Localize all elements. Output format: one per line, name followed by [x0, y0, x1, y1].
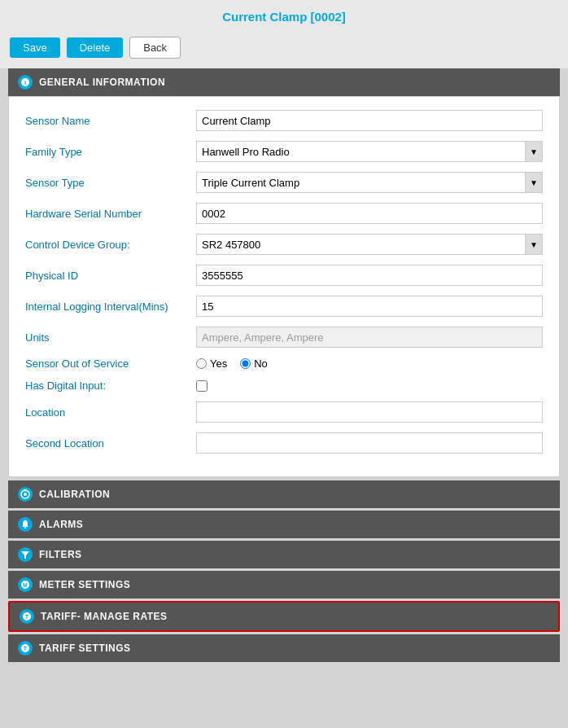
calibration-header[interactable]: CALIBRATION — [8, 480, 560, 508]
filters-section: FILTERS — [8, 541, 560, 568]
no-text: No — [254, 357, 268, 370]
second-location-label: Second Location — [25, 437, 196, 450]
calibration-section: CALIBRATION — [8, 480, 560, 508]
control-device-select-wrapper: SR2 457800 ▼ — [196, 234, 543, 255]
sensor-name-row: Sensor Name — [25, 110, 543, 131]
general-info-header[interactable]: i GENERAL INFORMATION — [8, 68, 560, 96]
out-of-service-yes-label[interactable]: Yes — [196, 357, 227, 370]
control-device-label: Control Device Group: — [25, 239, 196, 251]
out-of-service-no-label[interactable]: No — [240, 357, 268, 370]
control-device-row: Control Device Group: SR2 457800 ▼ — [25, 234, 543, 255]
toolbar: Save Delete Back — [0, 30, 568, 68]
alarms-section: ALARMS — [8, 511, 560, 538]
general-info-icon: i — [18, 75, 33, 90]
meter-settings-icon: M — [18, 577, 33, 592]
logging-interval-row: Internal Logging Interval(Mins) — [25, 296, 543, 317]
sensor-type-select[interactable]: Triple Current Clamp — [196, 172, 543, 193]
hardware-serial-input[interactable] — [196, 203, 543, 224]
second-location-input[interactable] — [196, 432, 543, 454]
physical-id-input[interactable] — [196, 265, 543, 286]
save-button[interactable]: Save — [10, 37, 60, 58]
main-content: i GENERAL INFORMATION Sensor Name Family… — [0, 68, 568, 662]
family-type-label: Family Type — [25, 146, 196, 158]
out-of-service-label: Sensor Out of Service — [25, 357, 196, 370]
sensor-type-select-wrapper: Triple Current Clamp ▼ — [196, 172, 543, 193]
digital-input-checkbox[interactable] — [196, 380, 208, 392]
sensor-name-input[interactable] — [196, 110, 543, 131]
delete-button[interactable]: Delete — [67, 37, 124, 58]
tariff-settings-icon: T — [18, 641, 33, 656]
hardware-serial-row: Hardware Serial Number — [25, 203, 543, 224]
tariff-settings-header[interactable]: T TARIFF SETTINGS — [8, 634, 560, 662]
tariff-manage-label: TARIFF- MANAGE RATES — [41, 611, 168, 622]
sensor-type-row: Sensor Type Triple Current Clamp ▼ — [25, 172, 543, 193]
digital-input-row: Has Digital Input: — [25, 379, 543, 392]
yes-text: Yes — [210, 357, 227, 370]
physical-id-label: Physical ID — [25, 270, 196, 282]
tariff-manage-section: T TARIFF- MANAGE RATES — [8, 601, 560, 632]
filters-header[interactable]: FILTERS — [8, 541, 560, 568]
logging-interval-label: Internal Logging Interval(Mins) — [25, 300, 196, 313]
location-label: Location — [25, 406, 196, 419]
units-input — [196, 327, 543, 348]
svg-marker-6 — [21, 551, 29, 559]
back-button[interactable]: Back — [129, 37, 181, 59]
general-info-section: i GENERAL INFORMATION Sensor Name Family… — [8, 68, 560, 477]
out-of-service-radio-group: Yes No — [196, 357, 268, 370]
family-type-row: Family Type Hanwell Pro Radio ▼ — [25, 141, 543, 162]
svg-text:T: T — [25, 614, 29, 620]
meter-settings-label: METER SETTINGS — [39, 579, 130, 590]
hardware-serial-label: Hardware Serial Number — [25, 208, 196, 220]
out-of-service-no-radio[interactable] — [240, 358, 251, 369]
units-label: Units — [25, 331, 196, 344]
svg-text:i: i — [24, 79, 26, 86]
logging-interval-input[interactable] — [196, 296, 543, 317]
control-device-select[interactable]: SR2 457800 — [196, 234, 543, 255]
svg-text:M: M — [23, 582, 28, 588]
out-of-service-row: Sensor Out of Service Yes No — [25, 357, 543, 370]
digital-input-label: Has Digital Input: — [25, 379, 196, 392]
units-row: Units — [25, 327, 543, 348]
filters-label: FILTERS — [39, 549, 82, 560]
svg-text:T: T — [24, 646, 28, 651]
page-title: Current Clamp [0002] — [0, 0, 568, 30]
out-of-service-yes-radio[interactable] — [196, 358, 207, 369]
tariff-settings-section: T TARIFF SETTINGS — [8, 634, 560, 662]
physical-id-row: Physical ID — [25, 265, 543, 286]
family-type-select-wrapper: Hanwell Pro Radio ▼ — [196, 141, 543, 162]
tariff-settings-label: TARIFF SETTINGS — [39, 642, 131, 654]
filters-icon — [18, 547, 33, 562]
sensor-name-label: Sensor Name — [25, 115, 196, 127]
alarms-label: ALARMS — [39, 519, 83, 530]
tariff-manage-icon: T — [20, 609, 34, 624]
second-location-row: Second Location — [25, 432, 543, 454]
tariff-manage-header[interactable]: T TARIFF- MANAGE RATES — [8, 601, 560, 632]
alarms-header[interactable]: ALARMS — [8, 511, 560, 538]
meter-settings-section: M METER SETTINGS — [8, 571, 560, 599]
location-input[interactable] — [196, 401, 543, 423]
general-info-body: Sensor Name Family Type Hanwell Pro Radi… — [8, 96, 560, 477]
alarms-icon — [18, 517, 33, 532]
meter-settings-header[interactable]: M METER SETTINGS — [8, 571, 560, 599]
family-type-select[interactable]: Hanwell Pro Radio — [196, 141, 543, 162]
svg-point-3 — [24, 493, 27, 496]
calibration-label: CALIBRATION — [39, 489, 110, 500]
general-info-label: GENERAL INFORMATION — [39, 77, 165, 88]
calibration-icon — [18, 487, 33, 502]
location-row: Location — [25, 401, 543, 423]
sensor-type-label: Sensor Type — [25, 177, 196, 189]
